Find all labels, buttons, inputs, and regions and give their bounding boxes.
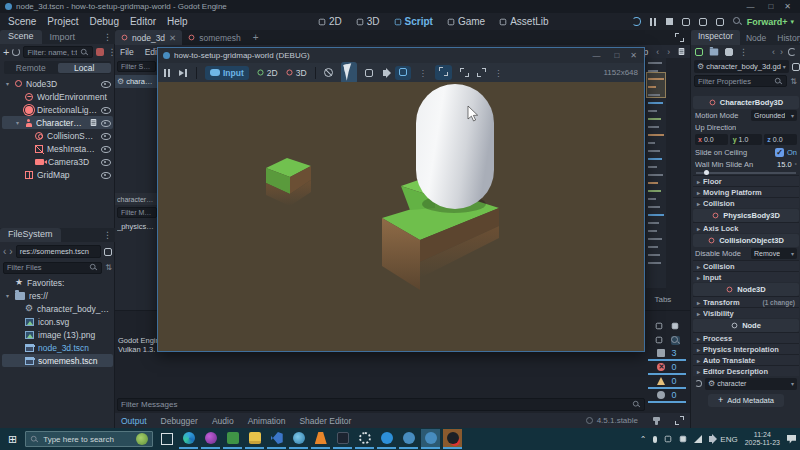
taskbar-app-vscode[interactable] xyxy=(267,429,286,449)
group-visibility[interactable]: ▸Visibility xyxy=(693,307,799,318)
inspector-header-physicsbody3d[interactable]: PhysicsBody3D xyxy=(693,209,799,222)
output-search-icon[interactable] xyxy=(671,336,680,345)
inspector-header-node3d[interactable]: Node3D xyxy=(693,283,799,296)
visibility-eye-icon[interactable] xyxy=(101,131,111,140)
add-node-button[interactable]: + xyxy=(3,46,9,58)
script-resource-picker[interactable]: ⚙ character_body_3d.gd ▾ xyxy=(694,60,789,73)
taskbar-app-terminal[interactable] xyxy=(333,429,352,449)
menu-debug[interactable]: Debug xyxy=(89,16,118,27)
stop-icon[interactable] xyxy=(666,18,673,25)
vector-x-field[interactable]: x0.0 xyxy=(695,134,728,145)
bottom-tab-animation[interactable]: Animation xyxy=(248,416,286,426)
new-resource-icon[interactable] xyxy=(695,48,703,56)
filter-editor-toggle[interactable]: 0 xyxy=(648,389,686,403)
tab-node[interactable]: Node xyxy=(740,32,772,44)
maximize-button[interactable]: □ xyxy=(614,51,619,60)
minimize-button[interactable]: — xyxy=(592,51,600,60)
fs-item-res-[interactable]: ▾res:// xyxy=(2,289,113,302)
taskbar-search[interactable]: Type here to search xyxy=(25,431,153,447)
filter-errors-toggle[interactable]: ✕0 xyxy=(648,361,686,375)
group-auto-translate[interactable]: ▸Auto Translate xyxy=(693,354,799,365)
workspace-script[interactable]: Script xyxy=(394,16,433,27)
attached-script-icon[interactable] xyxy=(91,119,97,126)
group-collision[interactable]: ▸Collision xyxy=(693,197,799,208)
slider-value[interactable]: 15.0 xyxy=(777,160,792,169)
notification-icon[interactable] xyxy=(787,435,796,444)
expand-bottom-panel-icon[interactable] xyxy=(675,416,684,425)
scripts-panel-toggle-icon[interactable] xyxy=(679,48,685,55)
tab-history[interactable]: History xyxy=(772,32,800,44)
visibility-eye-icon[interactable] xyxy=(101,118,111,127)
network-icon[interactable] xyxy=(694,435,702,443)
group-physics-interpolation[interactable]: ▸Physics Interpolation xyxy=(693,343,799,354)
property-dropdown[interactable]: Remove▾ xyxy=(751,248,797,259)
group-editor-description[interactable]: ▸Editor Description xyxy=(693,365,799,376)
filter-warnings-toggle[interactable]: 0 xyxy=(648,375,686,389)
taskbar-app-running-game[interactable] xyxy=(443,429,462,449)
group-transform[interactable]: ▸Transform(1 change) xyxy=(693,296,799,307)
start-button[interactable]: ⊞ xyxy=(8,433,17,446)
local-button[interactable]: Local xyxy=(58,63,112,73)
scene-tab-node3d[interactable]: node_3d ✕ xyxy=(115,30,182,45)
dock-menu-icon[interactable]: ⋮ xyxy=(103,230,112,240)
game-window-titlebar[interactable]: how-to-setup-gridmap-world (DEBUG) — □ ✕ xyxy=(158,48,644,63)
visibility-eye-icon[interactable] xyxy=(101,157,111,166)
expand-arrow-icon[interactable]: ▾ xyxy=(6,80,11,87)
group-axis-lock[interactable]: ▸Axis Lock xyxy=(693,222,799,233)
remote-button[interactable]: Remote xyxy=(4,63,58,73)
history-back-icon[interactable]: ‹ xyxy=(656,47,659,57)
scene-filter-input[interactable]: Filter: name, t:t xyxy=(23,46,93,58)
pin-bottom-panel-icon[interactable] xyxy=(655,417,658,425)
visibility-eye-icon[interactable] xyxy=(101,105,111,114)
menu-editor[interactable]: Editor xyxy=(130,16,156,27)
expand-arrow-icon[interactable]: ▾ xyxy=(16,119,21,126)
group-floor[interactable]: ▸Floor xyxy=(693,175,799,186)
group-collision[interactable]: ▸Collision xyxy=(693,260,799,271)
visibility-eye-icon[interactable] xyxy=(101,170,111,179)
input-mode-button[interactable]: Input xyxy=(205,66,249,80)
node-picker-icon[interactable] xyxy=(365,69,373,77)
filter-messages-input[interactable]: Filter Messages xyxy=(117,398,645,411)
load-resource-icon[interactable] xyxy=(710,49,719,56)
close-tab-icon[interactable]: ✕ xyxy=(169,33,176,43)
fs-item-favorites-[interactable]: ★Favorites: xyxy=(2,276,113,289)
code-minimap[interactable] xyxy=(646,58,666,288)
tab-scene[interactable]: Scene xyxy=(0,30,42,44)
filter-methods-input[interactable]: Filter Metho xyxy=(117,207,157,218)
slider-track[interactable] xyxy=(696,172,796,174)
close-button[interactable]: ✕ xyxy=(784,2,791,11)
file-sort-icon[interactable]: ⇅ xyxy=(105,263,112,272)
taskbar-app-settings[interactable] xyxy=(355,429,374,449)
keep-aspect-icon[interactable] xyxy=(460,68,469,77)
property-sort-icon[interactable]: ⇅ xyxy=(790,77,797,86)
inspector-header-collisionobject3d[interactable]: CollisionObject3D xyxy=(693,234,799,247)
taskbar-app-explorer[interactable] xyxy=(245,429,264,449)
bottom-tab-audio[interactable]: Audio xyxy=(212,416,234,426)
suspend-icon[interactable] xyxy=(164,69,171,77)
workspace-3d[interactable]: 3D xyxy=(356,16,380,27)
run-current-scene-icon[interactable] xyxy=(699,18,707,26)
new-scene-tab-button[interactable]: + xyxy=(253,32,259,43)
bottom-tab-shader-editor[interactable]: Shader Editor xyxy=(299,416,351,426)
clear-output-icon[interactable] xyxy=(656,323,662,329)
taskbar-app-globe[interactable] xyxy=(289,429,308,449)
reload-play-icon[interactable] xyxy=(632,17,641,26)
tab-import[interactable]: Import xyxy=(42,31,84,43)
menu-scene[interactable]: Scene xyxy=(8,16,36,27)
remote-debug-icon[interactable] xyxy=(682,18,690,26)
fs-item-image-13-png[interactable]: image (13).png xyxy=(2,328,113,341)
bottom-tab-output[interactable]: Output xyxy=(121,416,147,426)
bottom-tab-debugger[interactable]: Debugger xyxy=(161,416,198,426)
copy-output-icon[interactable] xyxy=(672,323,678,329)
tray-expand-icon[interactable]: ⌃ xyxy=(640,435,647,444)
camera-override-button[interactable] xyxy=(395,66,411,80)
inspector-header-node[interactable]: Node xyxy=(693,319,799,332)
script-list-item-character[interactable]: ⚙ character xyxy=(115,75,158,88)
renderer-select[interactable]: Forward+ ▾ xyxy=(747,17,794,27)
group-input[interactable]: ▸Input xyxy=(693,271,799,282)
path-bar[interactable]: res://somemesh.tscn xyxy=(16,245,101,258)
scene-tree-item-node3d[interactable]: ▾Node3D xyxy=(2,77,113,90)
taskbar-app-vlc[interactable] xyxy=(311,429,330,449)
checkbox-checked-icon[interactable]: ✓ xyxy=(775,148,784,157)
resource-menu-icon[interactable]: ⋮ xyxy=(739,47,748,57)
